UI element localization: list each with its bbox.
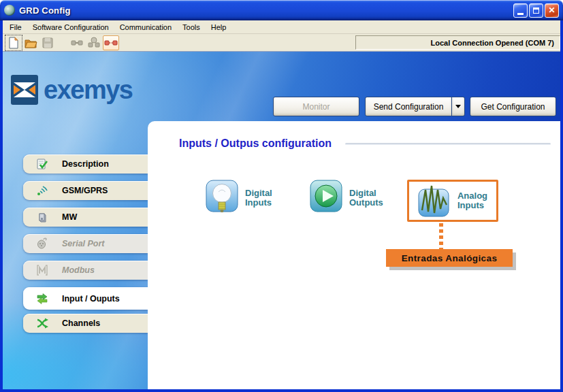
connect-button[interactable] xyxy=(69,35,85,50)
maximize-button[interactable] xyxy=(529,3,543,18)
exemys-logo: exemys xyxy=(11,75,132,105)
send-configuration-button[interactable]: Send Configuration xyxy=(365,97,452,116)
logo-text: exemys xyxy=(44,77,132,103)
sidebar-item-label: MW xyxy=(62,212,77,222)
app-icon xyxy=(4,5,15,16)
sidebar: Description GSM/GPRS xyxy=(23,154,148,340)
new-file-icon xyxy=(7,36,20,50)
sidebar-item-label: Input / Ouputs xyxy=(62,294,120,304)
label-line2: Inputs xyxy=(245,197,272,208)
open-file-button[interactable] xyxy=(22,35,39,50)
menu-communication[interactable]: Communication xyxy=(114,22,177,33)
client-area: exemys Monitor Send Configuration Get Co… xyxy=(3,52,560,389)
document-check-icon xyxy=(36,158,48,170)
remote-connect-icon xyxy=(87,36,101,50)
sidebar-item-label: Channels xyxy=(62,318,100,328)
menu-software-configuration[interactable]: Software Configuration xyxy=(27,22,114,33)
menu-file[interactable]: File xyxy=(4,22,27,33)
digital-inputs-label: Digital Inputs xyxy=(245,189,272,208)
callout-entradas-analogicas: Entradas Analógicas xyxy=(386,249,513,267)
maximize-icon xyxy=(533,7,539,14)
callout-connector xyxy=(439,223,443,249)
minimize-icon xyxy=(517,13,524,15)
window-body: File Software Configuration Communicatio… xyxy=(0,20,563,392)
content-panel: Inputs / Outpus configuration xyxy=(148,121,560,389)
close-button[interactable]: ✕ xyxy=(545,3,559,18)
window-title: GRD Config xyxy=(19,5,513,16)
exemys-logo-icon xyxy=(11,75,38,105)
get-configuration-button[interactable]: Get Configuration xyxy=(470,97,556,116)
chevron-down-icon xyxy=(455,105,461,108)
connect-icon xyxy=(70,36,84,50)
label-line1: Digital xyxy=(245,188,272,198)
serial-connector-icon xyxy=(36,238,48,250)
disconnect-icon xyxy=(104,36,118,50)
sidebar-item-label: Serial Port xyxy=(62,239,105,248)
title-divider xyxy=(345,143,551,145)
sidebar-item-serial-port[interactable]: Serial Port xyxy=(23,234,148,253)
save-file-button[interactable] xyxy=(39,35,56,50)
digital-outputs-label: Digital Outputs xyxy=(349,189,383,208)
sidebar-item-modbus[interactable]: Modbus xyxy=(23,261,148,280)
label-line1: Digital xyxy=(349,188,376,198)
shuffle-icon xyxy=(36,317,48,329)
remote-connect-button[interactable] xyxy=(86,35,102,50)
sidebar-item-channels[interactable]: Channels xyxy=(23,314,148,333)
connection-status: Local Connection Opened (COM 7) xyxy=(355,35,560,50)
device-icon xyxy=(36,211,48,223)
play-icon xyxy=(310,178,342,218)
signal-icon xyxy=(36,184,48,197)
analog-inputs-button[interactable]: Analog Inputs xyxy=(418,183,487,218)
sidebar-item-label: GSM/GPRS xyxy=(62,186,108,195)
disconnect-button[interactable] xyxy=(103,35,119,50)
sidebar-item-gsm-gprs[interactable]: GSM/GPRS xyxy=(23,181,148,200)
title-bar[interactable]: GRD Config ✕ xyxy=(0,0,563,20)
close-icon: ✕ xyxy=(548,5,555,15)
new-file-button[interactable] xyxy=(5,35,22,50)
save-file-icon xyxy=(41,36,54,50)
exchange-arrows-icon xyxy=(36,293,48,305)
toolbar: Local Connection Opened (COM 7) xyxy=(3,34,560,52)
sidebar-item-description[interactable]: Description xyxy=(23,154,148,174)
modbus-icon xyxy=(36,264,48,276)
page-title: Inputs / Outpus configuration xyxy=(179,137,332,150)
sidebar-item-input-outputs[interactable]: Input / Ouputs xyxy=(23,287,148,310)
menu-bar: File Software Configuration Communicatio… xyxy=(3,20,560,34)
bulb-icon xyxy=(206,178,238,218)
sidebar-item-label: Description xyxy=(62,159,109,169)
minimize-button[interactable] xyxy=(513,3,528,18)
label-line1: Analog xyxy=(457,191,487,201)
waveform-icon xyxy=(418,183,451,218)
label-line2: Inputs xyxy=(457,200,484,210)
analog-inputs-highlight: Analog Inputs xyxy=(407,180,498,222)
menu-tools[interactable]: Tools xyxy=(177,22,206,33)
digital-outputs-button[interactable]: Digital Outputs xyxy=(310,178,383,218)
analog-inputs-label: Analog Inputs xyxy=(457,191,487,211)
sidebar-item-label: Modbus xyxy=(62,265,95,275)
sidebar-item-mw[interactable]: MW xyxy=(23,208,148,227)
label-line2: Outputs xyxy=(349,197,383,208)
app-window: GRD Config ✕ File Software Configuration… xyxy=(0,0,563,392)
digital-inputs-button[interactable]: Digital Inputs xyxy=(206,178,272,218)
action-buttons: Monitor Send Configuration Get Configura… xyxy=(273,97,556,116)
monitor-button[interactable]: Monitor xyxy=(273,97,359,116)
open-file-icon xyxy=(24,36,37,50)
menu-help[interactable]: Help xyxy=(206,22,232,33)
send-configuration-dropdown-button[interactable] xyxy=(452,97,465,116)
